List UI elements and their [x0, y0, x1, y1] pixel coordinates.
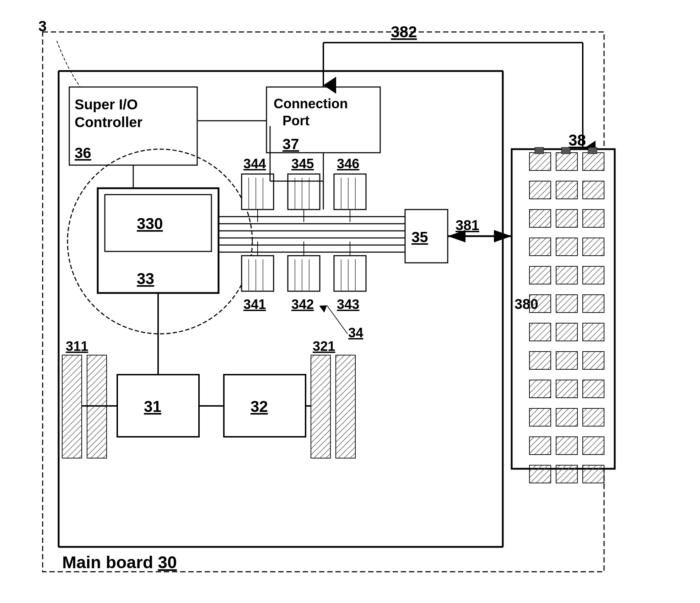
svg-rect-53 [529, 465, 551, 483]
svg-rect-42 [556, 352, 577, 369]
svg-rect-49 [583, 408, 604, 426]
label-346: 346 [337, 156, 359, 171]
svg-rect-38 [529, 323, 551, 341]
controller-label: Controller [75, 114, 142, 130]
svg-rect-55 [583, 465, 604, 483]
svg-rect-52 [583, 437, 604, 455]
svg-rect-20 [535, 147, 544, 154]
svg-rect-54 [556, 465, 577, 483]
label-3: 3 [38, 18, 47, 34]
svg-rect-39 [556, 323, 577, 341]
main-board-label: Main board 30 [62, 553, 177, 572]
svg-rect-21 [561, 147, 570, 154]
svg-rect-26 [529, 210, 551, 227]
label-343: 343 [337, 297, 359, 312]
svg-rect-87 [334, 256, 366, 291]
svg-rect-35 [529, 295, 551, 313]
svg-rect-101 [311, 355, 330, 458]
label-381: 381 [456, 217, 479, 233]
label-341: 341 [243, 297, 266, 312]
label-31: 31 [144, 398, 161, 415]
svg-rect-22 [588, 147, 597, 154]
svg-rect-51 [556, 437, 577, 455]
svg-rect-79 [242, 256, 274, 291]
svg-rect-50 [529, 437, 551, 455]
svg-rect-97 [62, 355, 82, 458]
label-32: 32 [251, 398, 268, 415]
diagram-container: 3 Main board 30 Super I/O Controller 36 … [0, 0, 700, 603]
svg-rect-47 [529, 408, 551, 426]
label-345: 345 [291, 156, 314, 171]
svg-rect-17 [529, 153, 551, 170]
label-321: 321 [313, 339, 335, 354]
super-io-label: Super I/O [75, 97, 138, 112]
svg-rect-40 [583, 323, 604, 341]
svg-rect-44 [529, 380, 551, 398]
svg-rect-32 [529, 266, 551, 284]
svg-rect-29 [529, 238, 551, 256]
connection-label: Connection [274, 96, 348, 111]
svg-rect-19 [583, 153, 604, 170]
svg-rect-25 [583, 181, 604, 199]
svg-rect-27 [556, 210, 577, 227]
svg-rect-36 [556, 295, 577, 313]
svg-rect-102 [336, 355, 355, 458]
svg-rect-41 [529, 352, 551, 369]
port-label: Port [282, 113, 309, 128]
label-34: 34 [348, 325, 363, 340]
svg-rect-23 [529, 181, 551, 199]
label-37: 37 [282, 136, 299, 152]
label-344: 344 [243, 156, 266, 171]
svg-rect-18 [556, 153, 577, 170]
label-382: 382 [391, 23, 417, 40]
svg-rect-34 [583, 266, 604, 284]
svg-rect-46 [583, 380, 604, 398]
label-33: 33 [137, 270, 154, 287]
label-35: 35 [411, 229, 428, 245]
svg-rect-31 [583, 238, 604, 256]
svg-rect-71 [288, 174, 320, 210]
svg-rect-75 [334, 174, 366, 210]
svg-rect-30 [556, 238, 577, 256]
label-38: 38 [569, 131, 586, 149]
label-330: 330 [137, 215, 163, 232]
label-342: 342 [291, 297, 314, 312]
svg-rect-37 [583, 295, 604, 313]
svg-rect-24 [556, 181, 577, 199]
svg-rect-45 [556, 380, 577, 398]
svg-rect-48 [556, 408, 577, 426]
svg-rect-33 [556, 266, 577, 284]
label-36: 36 [75, 145, 91, 161]
svg-rect-43 [583, 352, 604, 369]
svg-rect-83 [288, 256, 320, 291]
label-311: 311 [66, 339, 88, 354]
svg-rect-67 [242, 174, 274, 210]
svg-rect-28 [583, 210, 604, 227]
